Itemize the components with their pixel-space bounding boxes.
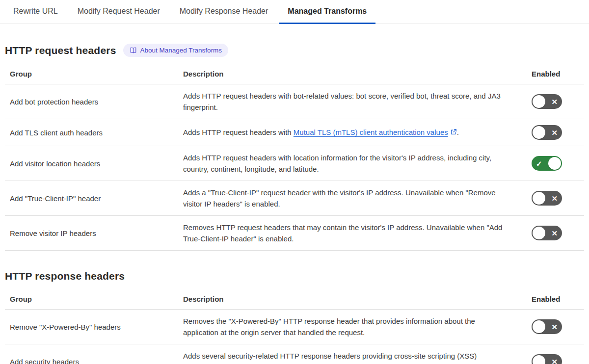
table-row: Remove visitor IP headers Removes HTTP r… — [5, 216, 584, 251]
description-prefix: Adds HTTP request headers with — [183, 128, 294, 136]
row-group-label: Add bot protection headers — [5, 90, 183, 113]
column-header-enabled: Enabled — [520, 64, 584, 84]
toggle-knob — [533, 320, 545, 333]
description-suffix: . — [457, 128, 459, 136]
tab-modify-response-header[interactable]: Modify Response Header — [171, 0, 277, 24]
column-header-group: Group — [5, 64, 183, 84]
toggle-state-icon — [551, 129, 558, 136]
request-headers-title: HTTP request headers — [5, 45, 116, 56]
table-row: Remove "X-Powered-By" headers Removes th… — [5, 310, 584, 344]
toggle-add-true-client-ip-header[interactable] — [532, 191, 562, 206]
tab-rewrite-url[interactable]: Rewrite URL — [4, 0, 67, 24]
toggle-state-icon — [551, 98, 558, 105]
table-row: Add security headers Adds several securi… — [5, 344, 584, 364]
response-headers-title: HTTP response headers — [5, 270, 125, 282]
toggle-knob — [533, 192, 545, 205]
row-description: Adds HTTP request headers with bot-relat… — [183, 84, 520, 119]
row-group-label: Add TLS client auth headers — [5, 121, 183, 144]
column-header-description: Description — [183, 64, 520, 84]
about-managed-transforms-badge[interactable]: About Managed Transforms — [123, 44, 229, 57]
request-table-header-row: Group Description Enabled — [5, 64, 584, 84]
request-headers-table: Group Description Enabled Add bot protec… — [5, 64, 584, 251]
table-row: Add "True-Client-IP" header Adds a "True… — [5, 181, 584, 216]
row-group-label: Remove visitor IP headers — [5, 222, 183, 245]
row-group-label: Add "True-Client-IP" header — [5, 187, 183, 210]
table-row: Add TLS client auth headers Adds HTTP re… — [5, 119, 584, 146]
toggle-remove-x-powered-by-headers[interactable] — [532, 319, 562, 334]
toggle-knob — [533, 355, 545, 364]
row-description: Adds a "True-Client-IP" request header w… — [183, 181, 520, 215]
column-header-enabled: Enabled — [520, 289, 584, 309]
row-description: Adds HTTP request headers with Mutual TL… — [183, 121, 520, 144]
toggle-add-bot-protection-headers[interactable] — [532, 94, 562, 109]
book-icon — [130, 47, 137, 54]
column-header-group: Group — [5, 289, 183, 309]
tab-managed-transforms[interactable]: Managed Transforms — [279, 0, 375, 24]
row-description: Removes the "X-Powered-By" HTTP response… — [183, 310, 520, 344]
external-link-icon — [450, 127, 457, 138]
table-row: Add visitor location headers Adds HTTP r… — [5, 146, 584, 181]
mtls-docs-link[interactable]: Mutual TLS (mTLS) client authentication … — [294, 128, 448, 136]
row-description: Adds HTTP request headers with location … — [183, 146, 520, 181]
toggle-knob — [533, 227, 545, 239]
toggle-state-icon — [551, 358, 558, 364]
toggle-add-tls-client-auth-headers[interactable] — [532, 125, 562, 140]
toggle-knob — [533, 126, 545, 139]
toggle-state-icon — [551, 195, 558, 202]
toggle-add-security-headers[interactable] — [532, 354, 562, 364]
toggle-state-icon — [551, 323, 558, 331]
column-header-description: Description — [183, 289, 520, 309]
toggle-state-icon — [551, 230, 558, 237]
row-group-label: Add security headers — [5, 350, 183, 364]
row-group-label: Remove "X-Powered-By" headers — [5, 315, 183, 338]
toggle-knob — [533, 95, 545, 108]
toggle-knob — [548, 157, 561, 170]
toggle-remove-visitor-ip-headers[interactable] — [532, 226, 562, 240]
tab-modify-request-header[interactable]: Modify Request Header — [69, 0, 169, 24]
about-badge-label: About Managed Transforms — [140, 47, 222, 54]
row-group-label: Add visitor location headers — [5, 152, 183, 175]
row-description: Adds several security-related HTTP respo… — [183, 344, 520, 364]
toggle-state-icon — [536, 160, 542, 167]
table-row: Add bot protection headers Adds HTTP req… — [5, 84, 584, 119]
response-table-header-row: Group Description Enabled — [5, 289, 584, 310]
response-headers-table: Group Description Enabled Remove "X-Powe… — [5, 289, 584, 364]
toggle-add-visitor-location-headers[interactable] — [532, 156, 562, 171]
transform-rules-tabbar: Rewrite URL Modify Request Header Modify… — [0, 0, 589, 24]
row-description: Removes HTTP request headers that may co… — [183, 216, 520, 250]
